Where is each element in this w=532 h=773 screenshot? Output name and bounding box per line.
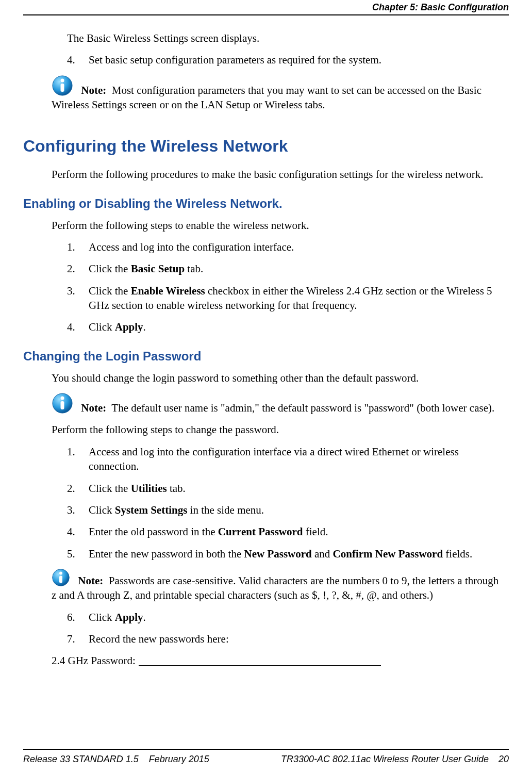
release-info: Release 33 STANDARD 1.5 (23, 754, 139, 764)
note-text: Most configuration parameters that you m… (52, 84, 481, 111)
step-item: 1. Access and log into the configuration… (67, 240, 504, 254)
step-item: 3. Click System Settings in the side men… (67, 503, 504, 517)
step-text: Enter the new password in both the New P… (89, 547, 504, 561)
svg-point-4 (61, 397, 64, 400)
password-fill-line: 2.4 GHz Password: (52, 653, 504, 668)
chapter-number: Chapter 5 (372, 2, 415, 12)
step-number: 2. (67, 481, 89, 496)
note-block: Note: Passwords are case-sensitive. Vali… (52, 568, 504, 603)
note-label: Note: (81, 402, 106, 414)
header-sep: : (415, 2, 418, 12)
step-item: 7. Record the new passwords here: (67, 632, 504, 646)
svg-rect-8 (59, 575, 62, 583)
step-number: 1. (67, 240, 89, 254)
step-text: Click the Enable Wireless checkbox in ei… (89, 284, 504, 313)
svg-rect-5 (61, 401, 64, 409)
step-text: Record the new passwords here: (89, 632, 504, 646)
footer-right: TR3300-AC 802.11ac Wireless Router User … (281, 754, 509, 765)
step-item: 2. Click the Utilities tab. (67, 481, 504, 496)
fill-underline (139, 653, 381, 666)
step-number: 3. (67, 503, 89, 517)
page-content: The Basic Wireless Settings screen displ… (23, 15, 509, 749)
step-number: 7. (67, 632, 89, 646)
step-number: 4. (67, 320, 89, 334)
subsection-heading: Changing the Login Password (23, 349, 509, 364)
fill-label: 2.4 GHz Password: (52, 653, 136, 668)
step-text: Click the Basic Setup tab. (89, 261, 504, 276)
section-heading: Configuring the Wireless Network (23, 137, 509, 156)
step-text: Enter the old password in the Current Pa… (89, 524, 504, 539)
note-text: The default user name is "admin," the de… (111, 402, 494, 414)
info-icon (52, 392, 73, 414)
subsection-heading: Enabling or Disabling the Wireless Netwo… (23, 196, 509, 211)
note-label: Note: (81, 84, 106, 96)
step-text: Access and log into the configuration in… (89, 240, 504, 254)
step-item: 4. Enter the old password in the Current… (67, 524, 504, 539)
step-item: 4. Click Apply. (67, 320, 504, 334)
step-number: 2. (67, 261, 89, 276)
note-block: Note: The default user name is "admin," … (52, 392, 504, 415)
step-text: Click Apply. (89, 320, 504, 334)
step-item: 4. Set basic setup configuration paramet… (67, 53, 504, 67)
paragraph: The Basic Wireless Settings screen displ… (67, 31, 504, 45)
info-icon (52, 568, 70, 587)
svg-point-7 (59, 571, 62, 574)
paragraph: Perform the following steps to change th… (52, 422, 504, 437)
paragraph: You should change the login password to … (52, 371, 504, 385)
step-item: 1. Access and log into the configuration… (67, 445, 504, 474)
paragraph: Perform the following procedures to make… (52, 167, 504, 182)
paragraph: Perform the following steps to enable th… (52, 218, 504, 233)
step-number: 4. (67, 53, 89, 67)
svg-rect-2 (61, 84, 64, 92)
note-block: Note: Most configuration parameters that… (52, 75, 504, 112)
step-item: 2. Click the Basic Setup tab. (67, 261, 504, 276)
step-item: 3. Click the Enable Wireless checkbox in… (67, 284, 504, 313)
svg-point-1 (61, 78, 64, 82)
chapter-title: Basic Configuration (421, 2, 509, 12)
note-label: Note: (78, 574, 103, 587)
step-text: Click System Settings in the side menu. (89, 503, 504, 517)
page-header: Chapter 5: Basic Configuration (23, 0, 509, 15)
step-number: 6. (67, 610, 89, 624)
page-number: 20 (498, 754, 509, 764)
step-number: 3. (67, 284, 89, 313)
step-number: 1. (67, 445, 89, 474)
step-text: Access and log into the configuration in… (89, 445, 504, 474)
doc-title: TR3300-AC 802.11ac Wireless Router User … (281, 754, 489, 764)
step-number: 5. (67, 547, 89, 561)
step-text: Set basic setup configuration parameters… (89, 53, 504, 67)
info-icon (52, 75, 73, 96)
step-text: Click the Utilities tab. (89, 481, 504, 496)
footer-left: Release 33 STANDARD 1.5 February 2015 (23, 754, 209, 765)
step-item: 6. Click Apply. (67, 610, 504, 624)
note-text: Passwords are case-sensitive. Valid char… (52, 574, 498, 601)
page-footer: Release 33 STANDARD 1.5 February 2015 TR… (23, 749, 509, 773)
release-date: February 2015 (149, 754, 209, 764)
step-item: 5. Enter the new password in both the Ne… (67, 547, 504, 561)
step-number: 4. (67, 524, 89, 539)
step-text: Click Apply. (89, 610, 504, 624)
